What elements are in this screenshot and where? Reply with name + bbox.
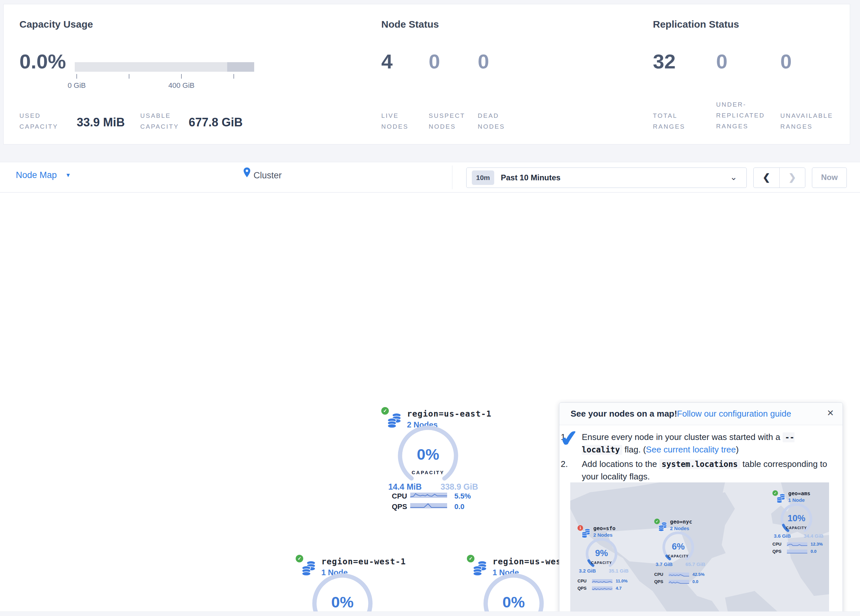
example-node-map-image: 1 geo=sfo 2 Nodes 9% CAPACITY 3.2 GiB 35… [570,483,829,615]
map-pin-icon [243,167,251,178]
under-replicated-label: UNDER-REPLICATED RANGES [716,99,777,132]
cpu-sparkline [410,492,447,498]
popup-title: See your nodes on a map! [571,409,677,419]
suspect-nodes-count: 0 [429,50,440,73]
used-capacity-value: 33.9 MiB [77,116,125,129]
unavailable-count: 0 [780,50,791,73]
system-locations-code: system.locations [659,459,740,469]
gauge-tick [76,74,77,78]
qps-sparkline [787,550,807,553]
capacity-gauge-dark-segment [227,62,254,72]
capacity-total-value: 65.7 GiB [680,561,711,567]
step-text: flag. ( [622,445,646,455]
capacity-used-value: 3.2 GiB [574,568,601,574]
setup-step-2: 2.Add locations to the system.locations … [571,458,831,483]
qps-sparkline [410,503,447,508]
cpu-value: 5.5% [454,492,471,500]
cpu-label: CPU [654,572,663,577]
capacity-percent-value: 0% [395,445,461,463]
geo-locality-label: geo=nyc [670,519,692,525]
capacity-caption: CAPACITY [660,554,696,558]
dead-nodes-count: 0 [478,50,489,73]
view-mode-dropdown[interactable]: Node Map▼ [16,170,71,180]
cpu-label: CPU [772,542,781,547]
gauge-tick [129,74,129,78]
region-locality-label: region=eu-west-1 [321,557,406,566]
region-locality-label: region=us-east-1 [407,409,491,419]
cpu-value: 11.0% [616,578,628,583]
capacity-caption: CAPACITY [395,470,461,475]
step-text: ) [736,445,739,455]
capacity-usage-title: Capacity Usage [19,19,93,30]
view-mode-label: Node Map [16,170,57,180]
time-step-buttons: ❮ ❯ [753,168,805,188]
capacity-used-value: 14.4 MiB [385,482,425,492]
cpu-sparkline [787,542,807,546]
gauge-tick-label-400: 400 GiB [159,81,204,90]
breadcrumb-cluster[interactable]: Cluster [254,171,282,181]
under-replicated-count: 0 [716,50,727,73]
step-text: Add locations to the [582,459,659,469]
node-map-canvas: ✓ region=us-east-1 2 Nodes 0% CAPACITY 1… [0,193,860,611]
setup-step-1: 1.Ensure every node in your cluster was … [571,431,831,456]
view-toolbar: Node Map▼ Cluster 10m Past 10 Minutes ⌄ … [0,162,860,193]
capacity-total-value: 338.9 GiB [439,482,479,492]
qps-label: QPS [772,549,781,554]
live-nodes-count: 4 [381,50,392,73]
qps-value: 0.0 [692,579,698,584]
capacity-percent-value: 0% [309,593,375,611]
cluster-summary-bar: Capacity Usage 0.0% 0 GiB 400 GiB USED C… [3,4,850,144]
gauge-tick-label-0: 0 GiB [54,81,100,90]
setup-steps: 1.Ensure every node in your cluster was … [571,431,831,483]
qps-label: QPS [578,586,586,591]
chevron-down-icon: ⌄ [730,168,737,186]
completed-check-icon: ✔ [559,425,579,452]
time-next-button[interactable]: ❯ [780,168,805,188]
dead-nodes-label: DEAD NODES [478,110,514,132]
total-ranges-count: 32 [653,50,676,73]
qps-value: 0.0 [811,549,816,554]
capacity-used-value: 3.6 GiB [769,533,796,539]
usable-capacity-value: 677.8 GiB [189,116,243,129]
cpu-value: 12.3% [811,542,823,547]
capacity-total-value: 35.1 GiB [603,568,634,574]
step-text: Ensure every node in your cluster was st… [582,432,783,442]
time-range-label: Past 10 Minutes [501,168,560,188]
close-icon[interactable]: ✕ [827,408,834,418]
qps-sparkline [669,580,689,584]
capacity-gauge [75,62,254,72]
capacity-percent-value: 9% [584,548,620,558]
time-range-badge: 10m [472,171,494,185]
node-map-setup-popup: See your nodes on a map! Follow our conf… [559,403,843,616]
cpu-sparkline [592,579,612,583]
total-ranges-label: TOTAL RANGES [653,110,692,132]
now-button[interactable]: Now [812,168,847,188]
capacity-percent-value: 10% [778,513,814,524]
node-status-title: Node Status [381,19,439,30]
capacity-percent: 0.0% [19,50,66,73]
capacity-percent-value: 0% [481,593,546,611]
capacity-total-value: 34.4 GiB [798,533,829,539]
suspect-nodes-label: SUSPECT NODES [429,110,471,132]
qps-value: 0.0 [454,503,465,511]
capacity-caption: CAPACITY [778,526,814,530]
time-prev-button[interactable]: ❮ [754,168,780,188]
cpu-sparkline [669,572,689,577]
time-range-select[interactable]: 10m Past 10 Minutes ⌄ [466,168,747,188]
configuration-guide-link[interactable]: Follow our configuration guide [677,409,791,419]
locality-tree-link[interactable]: See current locality tree [646,445,736,455]
step-number: 2. [571,458,582,470]
toolbar-divider [452,166,452,189]
page-footer-strip [0,611,860,616]
geo-locality-label: geo=sfo [593,525,615,531]
qps-sparkline [592,586,612,590]
cpu-label: CPU [578,578,586,583]
gauge-tick [181,74,182,78]
usable-capacity-label: USABLE CAPACITY [140,110,193,132]
qps-value: 4.7 [616,586,621,591]
used-capacity-label: USED CAPACITY [19,110,69,132]
capacity-caption: CAPACITY [584,561,620,565]
cpu-label: CPU [392,492,407,500]
qps-label: QPS [654,579,663,584]
qps-label: QPS [392,503,407,511]
